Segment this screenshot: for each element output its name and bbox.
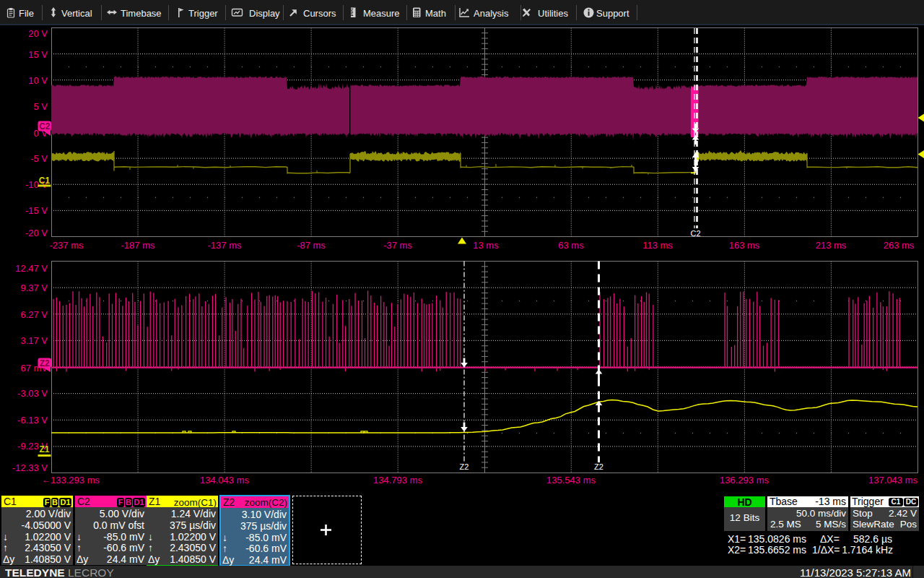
svg-text:113 ms: 113 ms — [642, 240, 673, 251]
svg-text:-6.13 V: -6.13 V — [17, 415, 48, 426]
svg-text:-37 ms: -37 ms — [383, 240, 412, 251]
svg-text:←: ← — [42, 475, 51, 485]
svg-text:Z1: Z1 — [39, 444, 49, 454]
svg-text:-87 ms: -87 ms — [297, 240, 326, 251]
svg-text:10 V: 10 V — [28, 75, 48, 86]
svg-text:C1: C1 — [39, 176, 51, 186]
svg-text:-237 ms: -237 ms — [50, 240, 84, 251]
svg-text:Z2: Z2 — [40, 358, 50, 368]
svg-text:12.47 V: 12.47 V — [15, 263, 48, 274]
svg-text:Z2: Z2 — [460, 462, 469, 471]
svg-text:-12.33 V: -12.33 V — [12, 462, 48, 473]
svg-text:C2: C2 — [39, 121, 51, 131]
svg-text:C2: C2 — [690, 229, 700, 238]
svg-text:213 ms: 213 ms — [816, 240, 847, 251]
svg-text:163 ms: 163 ms — [729, 240, 760, 251]
svg-text:135.543 ms: 135.543 ms — [546, 475, 596, 486]
svg-text:134.043 ms: 134.043 ms — [200, 475, 249, 486]
svg-text:137.043 ms: 137.043 ms — [868, 475, 918, 486]
svg-text:-187 ms: -187 ms — [121, 240, 155, 251]
svg-text:15 V: 15 V — [28, 49, 48, 60]
svg-text:134.793 ms: 134.793 ms — [373, 475, 422, 486]
svg-text:9.37 V: 9.37 V — [20, 282, 48, 293]
svg-text:20 V: 20 V — [28, 28, 48, 39]
svg-text:-20 V: -20 V — [25, 228, 48, 238]
svg-text:63 ms: 63 ms — [558, 240, 584, 251]
svg-text:136.293 ms: 136.293 ms — [720, 475, 769, 486]
svg-text:Z2: Z2 — [594, 462, 603, 471]
svg-text:-5 V: -5 V — [30, 153, 48, 164]
svg-text:3.17 V: 3.17 V — [20, 335, 48, 346]
svg-text:-15 V: -15 V — [25, 205, 48, 216]
svg-text:-137 ms: -137 ms — [208, 240, 242, 251]
svg-text:13 ms: 13 ms — [473, 240, 499, 251]
svg-text:6.27 V: 6.27 V — [20, 309, 48, 320]
svg-text:263 ms: 263 ms — [884, 240, 915, 251]
svg-text:-3.03 V: -3.03 V — [17, 388, 48, 399]
svg-text:133.293 ms: 133.293 ms — [51, 475, 100, 486]
svg-text:5 V: 5 V — [33, 101, 48, 112]
